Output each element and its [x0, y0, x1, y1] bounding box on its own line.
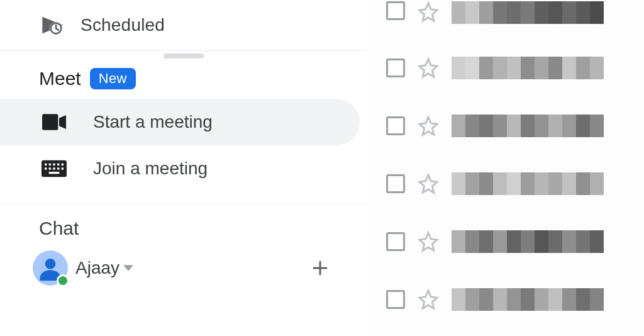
star-icon[interactable]	[418, 115, 439, 137]
email-list	[367, 0, 644, 336]
email-row[interactable]	[367, 271, 644, 328]
start-meeting-item[interactable]: Start a meeting	[0, 99, 360, 145]
join-meeting-item[interactable]: Join a meeting	[0, 145, 360, 192]
email-row[interactable]	[367, 0, 644, 39]
presence-indicator	[57, 274, 69, 287]
email-sender-blurred	[452, 1, 604, 24]
scheduled-label: Scheduled	[80, 15, 165, 35]
chat-title: Chat	[39, 218, 79, 239]
keyboard-icon	[40, 160, 68, 177]
meet-section-header: Meet New	[0, 59, 367, 99]
star-icon[interactable]	[418, 57, 439, 79]
meet-title: Meet	[39, 68, 81, 89]
checkbox[interactable]	[386, 59, 405, 77]
svg-rect-7	[57, 164, 59, 165]
avatar	[33, 250, 68, 286]
checkbox[interactable]	[386, 232, 405, 251]
svg-rect-9	[45, 167, 47, 169]
star-icon[interactable]	[418, 1, 439, 23]
sidebar-item-scheduled[interactable]: Scheduled	[0, 0, 367, 50]
svg-rect-2	[42, 114, 58, 130]
drag-handle[interactable]	[164, 53, 204, 59]
divider	[0, 50, 367, 51]
svg-rect-5	[49, 164, 51, 165]
checkbox[interactable]	[386, 1, 405, 20]
email-row[interactable]	[367, 97, 644, 155]
chat-user-row[interactable]: Ajaay	[0, 245, 367, 291]
email-row[interactable]	[367, 155, 644, 213]
star-icon[interactable]	[418, 289, 439, 310]
email-sender-blurred	[452, 288, 604, 311]
svg-rect-8	[62, 164, 64, 165]
email-sender-blurred	[452, 115, 604, 137]
checkbox[interactable]	[386, 290, 405, 309]
email-sender-blurred	[452, 172, 604, 195]
svg-rect-11	[53, 167, 55, 169]
chat-section-header: Chat	[0, 204, 367, 239]
svg-rect-14	[49, 172, 60, 174]
email-row[interactable]	[367, 39, 644, 97]
svg-rect-13	[62, 167, 64, 169]
new-badge: New	[90, 68, 136, 89]
video-icon	[40, 113, 68, 131]
chat-user-name: Ajaay	[75, 258, 119, 278]
start-meeting-label: Start a meeting	[93, 112, 213, 132]
svg-rect-10	[49, 167, 51, 169]
star-icon[interactable]	[418, 173, 439, 194]
svg-rect-4	[45, 164, 47, 165]
checkbox[interactable]	[386, 174, 405, 193]
email-sender-blurred	[452, 230, 604, 253]
email-sender-blurred	[452, 57, 604, 79]
join-meeting-label: Join a meeting	[93, 159, 208, 179]
checkbox[interactable]	[386, 116, 405, 135]
svg-point-15	[45, 259, 56, 269]
svg-rect-6	[53, 164, 55, 165]
svg-rect-12	[57, 167, 59, 169]
caret-down-icon[interactable]	[123, 265, 133, 271]
sidebar: Scheduled Meet New Start a meeting	[0, 0, 367, 336]
email-row[interactable]	[367, 213, 644, 271]
add-chat-icon[interactable]	[311, 259, 330, 277]
star-icon[interactable]	[418, 231, 439, 252]
scheduled-icon	[40, 13, 65, 38]
